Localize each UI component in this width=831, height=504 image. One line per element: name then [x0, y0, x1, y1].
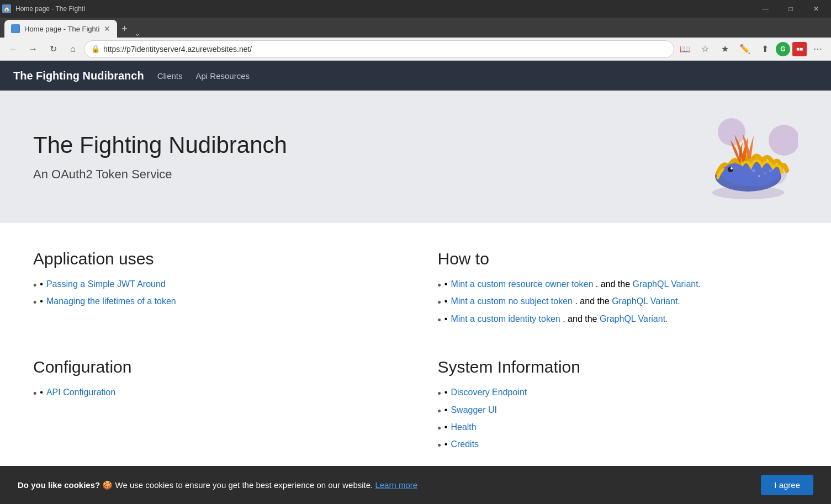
svg-point-9 — [723, 163, 745, 181]
text-separator: . and the — [596, 279, 633, 289]
favorites-button[interactable]: ★ — [716, 40, 734, 58]
mint-identity-link[interactable]: Mint a custom identity token — [451, 314, 560, 323]
credits-link[interactable]: Credits — [451, 439, 479, 449]
tab-bar: Home page - The Fighti ✕ + ⌄ — [0, 18, 831, 38]
reader-view-button[interactable]: 📖 — [676, 40, 694, 58]
list-item: • Managing the lifetimes of a token — [33, 296, 394, 309]
list-item: • API Configuration — [33, 388, 394, 400]
list-item: • Passing a Simple JWT Around — [33, 279, 394, 292]
refresh-button[interactable]: ↻ — [44, 40, 62, 58]
application-uses-section: Application uses • Passing a Simple JWT … — [33, 250, 394, 331]
configuration-heading: Configuration — [33, 358, 394, 376]
svg-point-4 — [769, 125, 798, 156]
main-content: Application uses • Passing a Simple JWT … — [0, 223, 831, 484]
forward-button[interactable]: → — [24, 40, 42, 58]
menu-button[interactable]: ⋯ — [809, 40, 827, 58]
site-navbar: The Fighting Nudibranch Clients Api Reso… — [0, 61, 831, 91]
titlebar-left: 🏠 Home page - The Fighti — [2, 4, 85, 13]
cookie-bold-text: Do you like cookies? 🍪 — [18, 480, 113, 490]
minimize-button[interactable]: — — [753, 0, 778, 18]
graphql-variant-1-link[interactable]: GraphQL Variant. — [632, 279, 701, 289]
bullet: • — [444, 405, 448, 415]
text-separator-3: . and the — [563, 314, 600, 323]
active-tab[interactable]: Home page - The Fighti ✕ — [4, 20, 117, 38]
api-configuration-link[interactable]: API Configuration — [46, 388, 115, 397]
cookie-banner: Do you like cookies? 🍪 We use cookies to… — [0, 466, 831, 504]
svg-point-13 — [764, 172, 766, 174]
tab-title: Home page - The Fighti — [24, 25, 99, 33]
svg-point-14 — [769, 169, 772, 172]
swagger-ui-link[interactable]: Swagger UI — [451, 405, 497, 415]
bullet: • — [444, 422, 448, 432]
text-separator-2: . and the — [575, 296, 612, 306]
bullet: • — [40, 388, 43, 397]
window-title: Home page - The Fighti — [15, 5, 85, 13]
hero-section: The Fighting Nudibranch An OAuth2 Token … — [0, 91, 831, 223]
back-button[interactable]: ← — [4, 40, 22, 58]
list-item: • Swagger UI — [438, 405, 798, 418]
list-item: • Mint a custom no subject token . and t… — [438, 296, 798, 309]
application-uses-heading: Application uses — [33, 250, 394, 268]
list-item: • Discovery Endpoint — [438, 388, 798, 400]
graphql-variant-2-link[interactable]: GraphQL Variant. — [612, 296, 680, 306]
graphql-variant-3-link[interactable]: GraphQL Variant. — [600, 314, 668, 323]
list-item: • Health — [438, 422, 798, 435]
mint-no-subject-link[interactable]: Mint a custom no subject token — [451, 296, 573, 306]
how-to-heading: How to — [438, 250, 798, 268]
collections-button[interactable]: ✏️ — [736, 40, 754, 58]
learn-more-link[interactable]: Learn more — [375, 480, 417, 490]
mint-resource-owner-link[interactable]: Mint a custom resource owner token — [451, 279, 593, 289]
profile-icon[interactable]: G — [776, 42, 790, 56]
bullet: • — [444, 314, 448, 324]
how-to-list: • Mint a custom resource owner token . a… — [438, 279, 798, 327]
share-button[interactable]: ⬆ — [756, 40, 774, 58]
url-bar[interactable]: 🔒 — [84, 40, 674, 58]
close-button[interactable]: ✕ — [803, 0, 829, 18]
list-item: • Mint a custom identity token . and the… — [438, 314, 798, 327]
svg-point-11 — [731, 167, 733, 169]
health-link[interactable]: Health — [451, 422, 476, 432]
browser-toolbar: ← → ↻ ⌂ 🔒 📖 ☆ ★ ✏️ ⬆ G ■■ ⋯ — [0, 38, 831, 61]
how-to-section: How to • Mint a custom resource owner to… — [438, 250, 798, 331]
system-information-list: • Discovery Endpoint • Swagger UI • Heal… — [438, 388, 798, 453]
site-brand[interactable]: The Fighting Nudibranch — [13, 70, 144, 82]
svg-text:🏠: 🏠 — [3, 6, 10, 13]
svg-point-3 — [718, 118, 745, 146]
nav-clients[interactable]: Clients — [157, 71, 183, 81]
passing-jwt-link[interactable]: Passing a Simple JWT Around — [46, 279, 166, 289]
bullet: • — [444, 296, 448, 306]
hero-image — [698, 113, 798, 201]
tab-dropdown-button[interactable]: ⌄ — [132, 29, 143, 38]
discovery-endpoint-link[interactable]: Discovery Endpoint — [451, 388, 527, 397]
how-to-item-2: Mint a custom no subject token . and the… — [451, 296, 680, 306]
svg-point-15 — [758, 175, 760, 177]
window-controls: — □ ✕ — [753, 0, 829, 18]
bullet: • — [444, 279, 448, 289]
extensions-icon[interactable]: ■■ — [792, 42, 807, 56]
hero-text: The Fighting Nudibranch An OAuth2 Token … — [33, 132, 287, 182]
tab-close-button[interactable]: ✕ — [104, 25, 110, 33]
tab-favicon — [11, 24, 20, 33]
home-button[interactable]: ⌂ — [64, 40, 82, 58]
svg-point-12 — [752, 169, 755, 172]
agree-button[interactable]: I agree — [761, 475, 813, 495]
new-tab-button[interactable]: + — [117, 20, 132, 38]
svg-point-10 — [728, 167, 733, 172]
window-titlebar: 🏠 Home page - The Fighti — □ ✕ — [0, 0, 831, 18]
list-item: • Credits — [438, 439, 798, 452]
nav-api-resources[interactable]: Api Resources — [196, 71, 250, 81]
bullet: • — [444, 388, 448, 397]
bookmark-button[interactable]: ☆ — [696, 40, 714, 58]
how-to-item-3: Mint a custom identity token . and the G… — [451, 314, 668, 324]
bullet: • — [40, 296, 43, 306]
svg-rect-2 — [12, 25, 19, 33]
maximize-button[interactable]: □ — [778, 0, 803, 18]
hero-title: The Fighting Nudibranch — [33, 132, 287, 158]
application-uses-list: • Passing a Simple JWT Around • Managing… — [33, 279, 394, 310]
url-input[interactable] — [103, 45, 667, 54]
hero-subtitle: An OAuth2 Token Service — [33, 167, 287, 182]
configuration-list: • API Configuration — [33, 388, 394, 400]
window-favicon: 🏠 — [2, 4, 11, 13]
bullet: • — [444, 439, 448, 449]
managing-lifetimes-link[interactable]: Managing the lifetimes of a token — [46, 296, 176, 306]
